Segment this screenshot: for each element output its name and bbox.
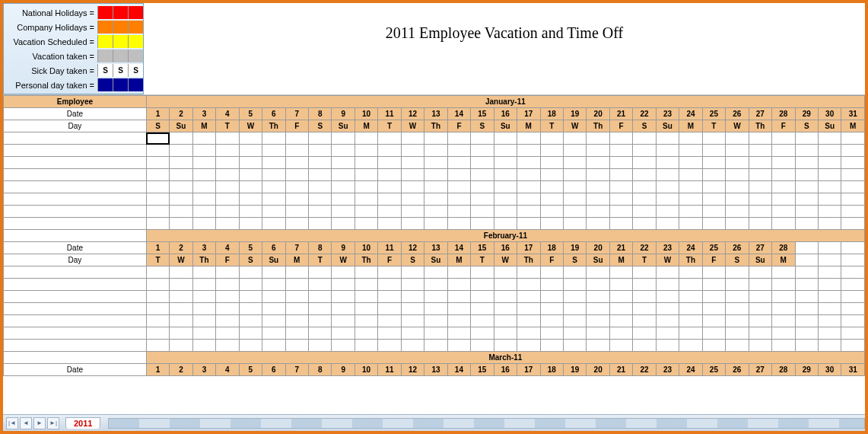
calendar-cell[interactable] bbox=[841, 169, 865, 181]
calendar-cell[interactable] bbox=[262, 157, 285, 169]
calendar-cell[interactable] bbox=[471, 145, 494, 157]
calendar-cell[interactable] bbox=[795, 145, 818, 157]
calendar-cell[interactable] bbox=[192, 303, 215, 315]
calendar-cell[interactable] bbox=[355, 206, 377, 218]
calendar-cell[interactable] bbox=[378, 303, 401, 315]
calendar-cell[interactable] bbox=[702, 327, 725, 340]
calendar-cell[interactable] bbox=[332, 340, 355, 352]
calendar-cell[interactable] bbox=[447, 340, 470, 352]
employee-cell[interactable] bbox=[4, 315, 147, 327]
calendar-cell[interactable] bbox=[262, 132, 285, 145]
calendar-cell[interactable] bbox=[239, 218, 262, 230]
calendar-cell[interactable] bbox=[818, 193, 841, 206]
calendar-cell[interactable] bbox=[563, 218, 586, 230]
calendar-cell[interactable] bbox=[332, 291, 355, 303]
calendar-cell[interactable] bbox=[609, 145, 632, 157]
calendar-cell[interactable] bbox=[679, 132, 702, 145]
calendar-cell[interactable] bbox=[633, 145, 656, 157]
calendar-cell[interactable] bbox=[517, 132, 540, 145]
calendar-cell[interactable] bbox=[355, 279, 377, 291]
calendar-cell[interactable] bbox=[656, 206, 679, 218]
calendar-cell[interactable] bbox=[517, 157, 540, 169]
calendar-cell[interactable] bbox=[795, 193, 818, 206]
calendar-cell[interactable] bbox=[587, 145, 609, 157]
calendar-cell[interactable] bbox=[540, 303, 563, 315]
calendar-cell[interactable] bbox=[471, 279, 494, 291]
calendar-cell[interactable] bbox=[609, 169, 632, 181]
calendar-cell[interactable] bbox=[192, 157, 215, 169]
calendar-cell[interactable] bbox=[749, 218, 771, 230]
calendar-cell[interactable] bbox=[656, 340, 679, 352]
calendar-cell[interactable] bbox=[633, 279, 656, 291]
calendar-cell[interactable] bbox=[378, 181, 401, 193]
calendar-cell[interactable] bbox=[332, 193, 355, 206]
calendar-cell[interactable] bbox=[146, 315, 169, 327]
calendar-cell[interactable] bbox=[285, 169, 308, 181]
calendar-cell[interactable] bbox=[401, 266, 424, 279]
calendar-cell[interactable] bbox=[563, 279, 586, 291]
calendar-cell[interactable] bbox=[378, 315, 401, 327]
calendar-cell[interactable] bbox=[494, 132, 517, 145]
calendar-cell[interactable] bbox=[447, 145, 470, 157]
calendar-cell[interactable] bbox=[633, 218, 656, 230]
calendar-cell[interactable] bbox=[749, 157, 771, 169]
calendar-cell[interactable] bbox=[702, 218, 725, 230]
calendar-cell[interactable] bbox=[517, 145, 540, 157]
calendar-cell[interactable] bbox=[702, 266, 725, 279]
calendar-cell[interactable] bbox=[447, 266, 470, 279]
calendar-cell[interactable] bbox=[587, 340, 609, 352]
employee-cell[interactable] bbox=[4, 279, 147, 291]
calendar-cell[interactable] bbox=[239, 266, 262, 279]
calendar-cell[interactable] bbox=[795, 218, 818, 230]
calendar-cell[interactable] bbox=[378, 218, 401, 230]
calendar-cell[interactable] bbox=[494, 327, 517, 340]
calendar-cell[interactable] bbox=[308, 279, 331, 291]
calendar-cell[interactable] bbox=[401, 157, 424, 169]
calendar-cell[interactable] bbox=[170, 291, 192, 303]
calendar-cell[interactable] bbox=[818, 303, 841, 315]
calendar-cell[interactable] bbox=[494, 145, 517, 157]
calendar-cell[interactable] bbox=[633, 206, 656, 218]
calendar-cell[interactable] bbox=[216, 315, 239, 327]
sheet-tab-active[interactable]: 2011 bbox=[65, 417, 100, 429]
calendar-cell[interactable] bbox=[192, 266, 215, 279]
calendar-cell[interactable] bbox=[749, 193, 771, 206]
calendar-cell[interactable] bbox=[308, 340, 331, 352]
calendar-cell[interactable] bbox=[308, 169, 331, 181]
calendar-cell[interactable] bbox=[378, 327, 401, 340]
calendar-cell[interactable] bbox=[424, 206, 447, 218]
calendar-cell[interactable] bbox=[702, 315, 725, 327]
calendar-cell[interactable] bbox=[795, 327, 818, 340]
calendar-cell[interactable] bbox=[726, 279, 749, 291]
calendar-cell[interactable] bbox=[563, 132, 586, 145]
calendar-cell[interactable] bbox=[146, 145, 169, 157]
calendar-cell[interactable] bbox=[494, 340, 517, 352]
calendar-cell[interactable] bbox=[146, 193, 169, 206]
calendar-cell[interactable] bbox=[355, 303, 377, 315]
calendar-cell[interactable] bbox=[239, 132, 262, 145]
calendar-cell[interactable] bbox=[170, 218, 192, 230]
calendar-cell[interactable] bbox=[818, 291, 841, 303]
calendar-cell[interactable] bbox=[471, 169, 494, 181]
calendar-cell[interactable] bbox=[587, 206, 609, 218]
calendar-cell[interactable] bbox=[726, 218, 749, 230]
employee-cell[interactable] bbox=[4, 193, 147, 206]
calendar-cell[interactable] bbox=[587, 303, 609, 315]
calendar-cell[interactable] bbox=[355, 181, 377, 193]
calendar-cell[interactable] bbox=[517, 193, 540, 206]
calendar-cell[interactable] bbox=[146, 206, 169, 218]
calendar-cell[interactable] bbox=[795, 169, 818, 181]
calendar-cell[interactable] bbox=[378, 291, 401, 303]
calendar-cell[interactable] bbox=[424, 291, 447, 303]
calendar-cell[interactable] bbox=[378, 145, 401, 157]
calendar-cell[interactable] bbox=[378, 279, 401, 291]
calendar-cell[interactable] bbox=[749, 169, 771, 181]
calendar-cell[interactable] bbox=[285, 266, 308, 279]
calendar-cell[interactable] bbox=[726, 206, 749, 218]
calendar-cell[interactable] bbox=[517, 218, 540, 230]
calendar-cell[interactable] bbox=[656, 218, 679, 230]
calendar-cell[interactable] bbox=[471, 132, 494, 145]
calendar-cell[interactable] bbox=[192, 279, 215, 291]
calendar-cell[interactable] bbox=[424, 169, 447, 181]
calendar-cell[interactable] bbox=[563, 181, 586, 193]
